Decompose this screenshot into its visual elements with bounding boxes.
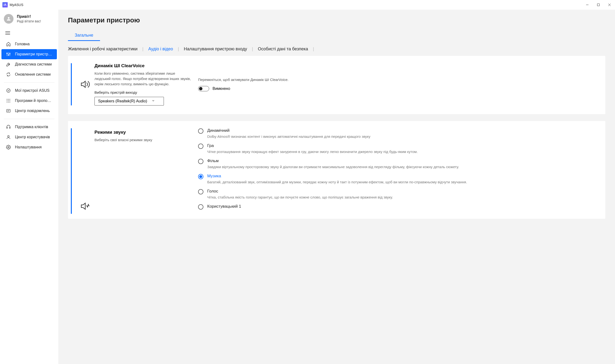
sidebar-item-label: Програми й пропозиції від... (15, 99, 52, 103)
radio-button[interactable] (198, 128, 203, 134)
card-accent (71, 128, 72, 214)
subtab-power[interactable]: Живлення і робочі характеристики (68, 47, 138, 52)
welcome-text: Раді вітати вас! (17, 19, 41, 23)
svg-marker-27 (81, 81, 85, 88)
svg-point-25 (8, 135, 9, 137)
speaker-eq-icon (75, 201, 94, 211)
svg-marker-28 (81, 203, 85, 209)
page-title: Параметри пристрою (68, 16, 605, 24)
soundmode-desc: Завдяки віртуальному просторовому звуку … (207, 164, 459, 169)
sidebar-item-label: Підтримка клієнтів (15, 125, 48, 129)
output-device-select[interactable]: Speakers (Realtek(R) Audio) (94, 97, 164, 105)
sidebar-item-label: Налаштування (15, 145, 42, 149)
radio-button[interactable] (198, 159, 203, 164)
svg-point-19 (10, 102, 10, 103)
subtab-separator: | (313, 47, 314, 52)
sliders-icon (6, 52, 11, 57)
soundmode-title: Гра (207, 143, 418, 148)
svg-point-8 (8, 55, 9, 55)
close-button[interactable] (604, 0, 615, 10)
svg-point-13 (10, 99, 10, 100)
gear-icon (6, 144, 11, 150)
subtab-separator: | (178, 47, 179, 52)
soundmode-title: Музика (207, 174, 467, 179)
svg-point-7 (7, 53, 7, 54)
sidebar-item-apps[interactable]: Програми й пропозиції від... (1, 96, 57, 106)
wrench-icon (6, 62, 11, 67)
svg-point-10 (7, 89, 10, 92)
grid-icon (6, 98, 11, 103)
maximize-button[interactable] (593, 0, 604, 10)
soundmodes-card: Режими звуку Виберіть свої власні режими… (68, 121, 605, 219)
speaker-icon (75, 79, 94, 90)
nav-separator (4, 82, 54, 83)
clearvoice-hint: Перемкніться, щоб активувати Динамік ШІ … (198, 78, 597, 82)
svg-point-17 (7, 102, 7, 103)
sidebar-item-label: Головна (15, 42, 30, 46)
radio-button[interactable] (198, 174, 203, 179)
sidebar: Привіт! Раді вітати вас! Головна Парамет… (0, 10, 58, 364)
sidebar-item-support[interactable]: Підтримка клієнтів (1, 122, 57, 132)
soundmode-desc: Багатий, деталізований звук, оптимізован… (207, 180, 467, 184)
subtab-separator: | (252, 47, 253, 52)
card-accent (71, 63, 72, 105)
soundmodes-title: Режими звуку (94, 130, 191, 135)
radio-button[interactable] (198, 143, 203, 149)
profile-section[interactable]: Привіт! Раді вітати вас! (0, 12, 58, 28)
svg-point-9 (9, 53, 10, 54)
soundmode-desc: Чітка, стабільна якість голосу гарантує,… (207, 195, 393, 200)
device-icon (6, 88, 11, 93)
sidebar-item-settings[interactable]: Налаштування (1, 142, 57, 152)
soundmode-title: Фільм (207, 158, 459, 163)
output-device-selected: Speakers (Realtek(R) Audio) (98, 99, 147, 103)
sidebar-item-label: Центр повідомлень (15, 109, 50, 113)
soundmode-option[interactable]: МузикаБагатий, деталізований звук, оптим… (198, 174, 597, 184)
svg-rect-24 (9, 127, 10, 128)
svg-point-26 (8, 147, 9, 148)
svg-point-15 (8, 101, 9, 101)
clearvoice-title: Динамік ШІ ClearVoice (94, 63, 191, 68)
soundmode-option[interactable]: Користувацький 1 (198, 204, 597, 209)
refresh-icon (6, 72, 11, 77)
subtab-audio[interactable]: Аудіо і відео (148, 47, 173, 52)
avatar (4, 14, 13, 24)
sidebar-item-diagnostics[interactable]: Діагностика системи (1, 59, 57, 69)
sidebar-item-home[interactable]: Головна (1, 39, 57, 49)
titlebar: /A MyASUS (0, 0, 615, 10)
tab-general[interactable]: Загальне (68, 30, 100, 41)
svg-point-18 (8, 102, 9, 103)
clearvoice-toggle[interactable] (198, 86, 209, 91)
sidebar-item-label: Діагностика системи (15, 62, 52, 66)
soundmode-option[interactable]: ГраЧітке розташування звуку покращує ефе… (198, 143, 597, 154)
chevron-down-icon (152, 99, 155, 103)
sidebar-item-device-settings[interactable]: Параметри пристрою (1, 49, 57, 59)
soundmodes-desc: Виберіть свої власні режими звуку (94, 137, 191, 143)
subtab-input[interactable]: Налаштування пристрою входу (184, 47, 247, 52)
sidebar-item-notifications[interactable]: Центр повідомлень (1, 106, 57, 116)
soundmode-title: Динамічний (207, 128, 370, 133)
user-icon (6, 134, 11, 140)
svg-point-11 (7, 99, 7, 100)
subtabs: Живлення і робочі характеристики | Аудіо… (68, 44, 605, 56)
sidebar-item-label: Центр користувачів (15, 135, 50, 139)
sidebar-item-update[interactable]: Оновлення системи (1, 69, 57, 79)
radio-button[interactable] (198, 189, 203, 195)
sidebar-item-usercenter[interactable]: Центр користувачів (1, 132, 57, 142)
subtab-privacy[interactable]: Особисті дані та безпека (258, 47, 308, 52)
sidebar-item-mydevices[interactable]: Мої пристрої ASUS (1, 86, 57, 96)
soundmode-desc: Dolby Atmos® визначає контент і виконує … (207, 134, 370, 139)
svg-rect-20 (7, 109, 10, 112)
minimize-button[interactable] (582, 0, 593, 10)
nav: Головна Параметри пристрою Діагностика с… (0, 39, 58, 152)
radio-button[interactable] (198, 204, 203, 209)
app-logo: /A (2, 2, 8, 7)
svg-rect-1 (597, 4, 600, 6)
soundmode-option[interactable]: ФільмЗавдяки віртуальному просторовому з… (198, 158, 597, 169)
soundmodes-options: ДинамічнийDolby Atmos® визначає контент … (196, 128, 597, 214)
soundmode-option[interactable]: ГолосЧітка, стабільна якість голосу гара… (198, 189, 597, 200)
clearvoice-desc: Коли його увімкнено, система зберігатиме… (94, 71, 191, 87)
clearvoice-card: Динамік ШІ ClearVoice Коли його увімкнен… (68, 56, 605, 114)
window-title: MyASUS (10, 3, 23, 7)
soundmode-option[interactable]: ДинамічнийDolby Atmos® визначає контент … (198, 128, 597, 139)
hamburger-button[interactable] (0, 28, 58, 39)
